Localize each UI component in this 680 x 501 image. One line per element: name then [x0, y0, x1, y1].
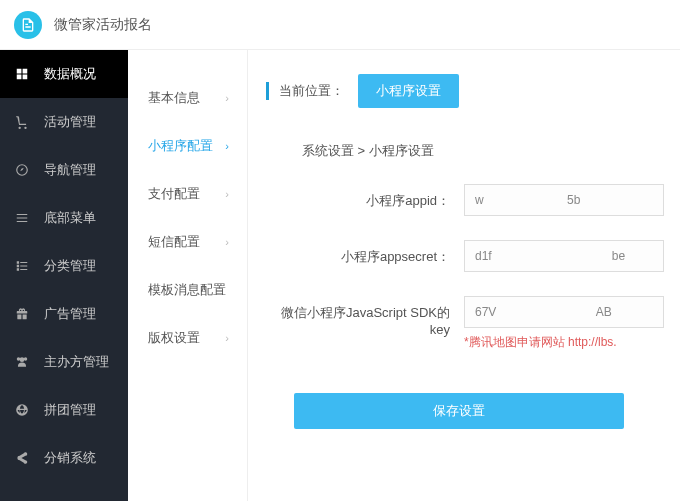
form-row-sdkkey: 微信小程序JavaScript SDK的key *腾讯地图申请网站 http:/… [266, 296, 680, 351]
appid-label: 小程序appid： [274, 184, 464, 210]
globe-icon [14, 403, 30, 417]
sidebar-item-ads[interactable]: 广告管理 [0, 290, 128, 338]
main-panel: 当前位置： 小程序设置 系统设置 > 小程序设置 小程序appid： 小程序ap… [248, 50, 680, 501]
header: 微管家活动报名 [0, 0, 680, 50]
cart-icon [14, 115, 30, 129]
chevron-right-icon: › [225, 188, 229, 200]
dashboard-icon [14, 67, 30, 81]
share-icon [14, 451, 30, 465]
sidebar-item-dashboard[interactable]: 数据概况 [0, 50, 128, 98]
sidebar: 数据概况 活动管理 导航管理 底部菜单 分类管理 广告管理 主办方管理 拼团管 [0, 50, 128, 501]
sidebar-item-label: 底部菜单 [44, 209, 96, 227]
location-label: 当前位置： [279, 82, 344, 100]
subnav-sms[interactable]: 短信配置 › [128, 218, 247, 266]
secret-label: 小程序appsecret： [274, 240, 464, 266]
subnav-template[interactable]: 模板消息配置 [128, 266, 247, 314]
sidebar-item-group-buy[interactable]: 拼团管理 [0, 386, 128, 434]
sidebar-item-label: 活动管理 [44, 113, 96, 131]
app-title: 微管家活动报名 [54, 16, 152, 34]
form-row-appid: 小程序appid： [266, 184, 680, 216]
subnav-label: 模板消息配置 [148, 281, 226, 299]
location-button[interactable]: 小程序设置 [358, 74, 459, 108]
subnav-basic[interactable]: 基本信息 › [128, 74, 247, 122]
sidebar-item-label: 广告管理 [44, 305, 96, 323]
sidebar-item-label: 分销系统 [44, 449, 96, 467]
subnav: 基本信息 › 小程序配置 › 支付配置 › 短信配置 › 模板消息配置 版权设置… [128, 50, 248, 501]
save-button[interactable]: 保存设置 [294, 393, 624, 429]
chevron-right-icon: › [225, 140, 229, 152]
subnav-label: 小程序配置 [148, 137, 213, 155]
sidebar-item-activity[interactable]: 活动管理 [0, 98, 128, 146]
breadcrumb: 系统设置 > 小程序设置 [266, 128, 680, 184]
chevron-right-icon: › [225, 92, 229, 104]
subnav-miniprogram[interactable]: 小程序配置 › [128, 122, 247, 170]
sidebar-item-bottom-menu[interactable]: 底部菜单 [0, 194, 128, 242]
subnav-label: 支付配置 [148, 185, 200, 203]
location-bar-icon [266, 82, 269, 100]
sidebar-item-label: 拼团管理 [44, 401, 96, 419]
chevron-right-icon: › [225, 236, 229, 248]
compass-icon [14, 163, 30, 177]
sdkkey-label: 微信小程序JavaScript SDK的key [274, 296, 464, 337]
secret-input[interactable] [464, 240, 664, 272]
sidebar-item-organizer[interactable]: 主办方管理 [0, 338, 128, 386]
sidebar-item-label: 主办方管理 [44, 353, 109, 371]
sidebar-item-label: 数据概况 [44, 65, 96, 83]
list-icon [14, 259, 30, 273]
sdkkey-hint: *腾讯地图申请网站 http://lbs. [464, 334, 680, 351]
location-row: 当前位置： 小程序设置 [266, 74, 680, 108]
menu-icon [14, 211, 30, 225]
subnav-label: 基本信息 [148, 89, 200, 107]
sidebar-item-category[interactable]: 分类管理 [0, 242, 128, 290]
subnav-copyright[interactable]: 版权设置 › [128, 314, 247, 362]
logo-icon [14, 11, 42, 39]
subnav-label: 短信配置 [148, 233, 200, 251]
gift-icon [14, 307, 30, 321]
sdkkey-input[interactable] [464, 296, 664, 328]
users-icon [14, 355, 30, 369]
form-row-secret: 小程序appsecret： [266, 240, 680, 272]
chevron-right-icon: › [225, 332, 229, 344]
subnav-payment[interactable]: 支付配置 › [128, 170, 247, 218]
sidebar-item-distribution[interactable]: 分销系统 [0, 434, 128, 482]
sidebar-item-label: 分类管理 [44, 257, 96, 275]
appid-input[interactable] [464, 184, 664, 216]
sidebar-item-label: 导航管理 [44, 161, 96, 179]
subnav-label: 版权设置 [148, 329, 200, 347]
sidebar-item-nav[interactable]: 导航管理 [0, 146, 128, 194]
